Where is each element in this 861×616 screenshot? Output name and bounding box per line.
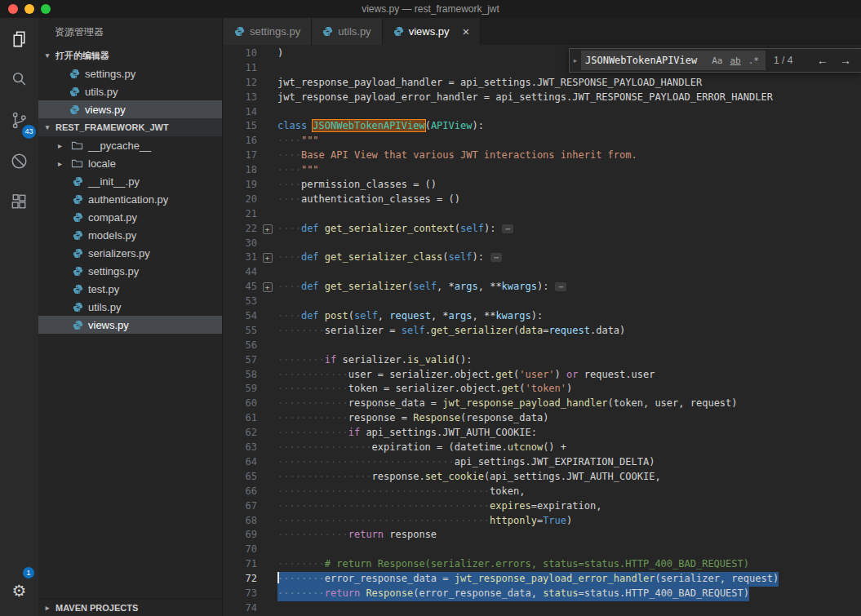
editor-group: settings.pyutils.pyviews.py× ▸ JSONWebTo… (224, 18, 861, 616)
tree-item-__init__.py[interactable]: __init__.py (38, 172, 222, 190)
code-line[interactable]: 54····def post(self, request, *args, **k… (224, 309, 861, 324)
code-line[interactable]: 63················expiration = (datetime… (224, 441, 861, 455)
code-line[interactable]: 72········error_response_data = jwt_resp… (224, 572, 861, 587)
code-line[interactable]: 21 (224, 207, 861, 222)
tree-item-locale[interactable]: ▸locale (38, 154, 222, 172)
find-input-value[interactable]: JSONWebTokenAPIView (585, 55, 707, 66)
open-editor-item-views.py[interactable]: views.py (38, 100, 222, 118)
open-editor-item-settings.py[interactable]: settings.py (38, 64, 222, 82)
code-line[interactable]: 58············user = serializer.object.g… (224, 368, 861, 383)
tree-item-views.py[interactable]: views.py (38, 316, 222, 334)
code-line[interactable]: 59············token = serializer.object.… (224, 382, 861, 397)
line-number: 71 (224, 557, 257, 572)
fold-gutter (257, 382, 277, 397)
tab-utils.py[interactable]: utils.py (312, 18, 382, 45)
chevron-right-icon: ▸ (58, 141, 66, 150)
code-line[interactable]: 22+····def get_serializer_context(self):… (224, 222, 861, 237)
code-line[interactable]: 31+····def get_serializer_class(self):⋯ (224, 250, 861, 265)
open-editors-header[interactable]: ▾ 打开的编辑器 (38, 47, 222, 64)
code-line[interactable]: 69············return response (224, 528, 861, 543)
code-line[interactable]: 62············if api_settings.JWT_AUTH_C… (224, 426, 861, 441)
code-line[interactable]: 30 (224, 237, 861, 251)
code-line[interactable]: 20····authentication_classes = () (224, 193, 861, 207)
code-line[interactable]: 44 (224, 265, 861, 280)
window-title: views.py — rest_framework_jwt (362, 3, 499, 15)
zoom-window-button[interactable] (41, 4, 51, 14)
minimize-window-button[interactable] (24, 4, 34, 14)
code-line[interactable]: 64······························api_sett… (224, 455, 861, 470)
open-editor-item-utils.py[interactable]: utils.py (38, 82, 222, 100)
previous-match-button[interactable]: ← (817, 54, 828, 67)
find-input[interactable]: JSONWebTokenAPIView Aa ab .* (581, 51, 766, 70)
search-button[interactable] (0, 59, 38, 100)
code-line[interactable]: 68····································ht… (224, 514, 861, 529)
code-line[interactable]: 18····""" (224, 163, 861, 178)
tree-item-compat.py[interactable]: compat.py (38, 208, 222, 226)
whole-word-button[interactable]: ab (728, 55, 743, 67)
fold-gutter (257, 455, 277, 470)
explorer-button[interactable] (0, 18, 38, 59)
maven-projects-header[interactable]: ▸ MAVEN PROJECTS (38, 599, 222, 616)
tree-item-authentication.py[interactable]: authentication.py (38, 190, 222, 208)
folder-section-header[interactable]: ▾ REST_FRAMEWORK_JWT (38, 118, 222, 136)
code-line[interactable]: 66····································to… (224, 485, 861, 499)
tree-item-models.py[interactable]: models.py (38, 226, 222, 244)
folder-icon (71, 158, 83, 169)
regex-button[interactable]: .* (746, 55, 761, 67)
code-line[interactable]: 12jwt_response_payload_handler = api_set… (224, 76, 861, 91)
code-line[interactable]: 19····permission_classes = () (224, 178, 861, 193)
find-results-count: 1 / 4 (774, 55, 792, 66)
fold-gutter (257, 557, 277, 572)
match-case-button[interactable]: Aa (709, 55, 725, 67)
code-line[interactable]: 74 (224, 601, 861, 616)
fold-expand-icon[interactable]: + (263, 224, 273, 234)
code-text: ········if serializer.is_valid(): (277, 353, 861, 368)
code-line[interactable]: 60············response_data = jwt_respon… (224, 397, 861, 411)
code-line[interactable]: 70 (224, 543, 861, 557)
tree-item-test.py[interactable]: test.py (38, 280, 222, 298)
code-line[interactable]: 53 (224, 295, 861, 309)
code-line[interactable]: 71········# return Response(serializer.e… (224, 557, 861, 572)
close-window-button[interactable] (8, 4, 18, 14)
close-icon[interactable]: × (462, 25, 469, 38)
code-line[interactable]: 14 (224, 105, 861, 120)
code-line[interactable]: 17····Base API View that various JWT int… (224, 148, 861, 163)
fold-expand-icon[interactable]: + (263, 253, 273, 263)
tree-item-label: views.py (88, 319, 129, 331)
settings-gear-button[interactable]: ⚙ 1 (0, 570, 38, 611)
source-control-button[interactable]: 43 (0, 100, 38, 140)
code-line[interactable]: 61············response = Response(respon… (224, 411, 861, 426)
code-line[interactable]: 55········serializer = self.get_serializ… (224, 324, 861, 339)
python-file-icon (73, 320, 83, 330)
code-line[interactable]: 15class JSONWebTokenAPIView(APIView): (224, 119, 861, 134)
line-number: 19 (224, 178, 257, 193)
next-match-button[interactable]: → (840, 54, 851, 67)
line-number: 66 (224, 485, 257, 499)
line-number: 56 (224, 339, 257, 353)
toggle-replace-button[interactable]: ▸ (570, 49, 581, 72)
code-text: ····def get_serializer(self, *args, **kw… (277, 280, 861, 295)
tree-item-serializers.py[interactable]: serializers.py (38, 244, 222, 262)
code-line[interactable]: 45+····def get_serializer(self, *args, *… (224, 280, 861, 295)
code-line[interactable]: 73········return Response(error_response… (224, 587, 861, 601)
code-line[interactable]: 67····································ex… (224, 499, 861, 514)
extensions-button[interactable] (0, 181, 38, 222)
debug-icon (9, 151, 29, 171)
tree-item-__pycache__[interactable]: ▸__pycache__ (38, 136, 222, 154)
code-line[interactable]: 56 (224, 339, 861, 353)
tab-settings.py[interactable]: settings.py (224, 18, 312, 45)
code-line[interactable]: 16····""" (224, 134, 861, 148)
tree-item-settings.py[interactable]: settings.py (38, 262, 222, 280)
code-line[interactable]: 65················response.set_cookie(ap… (224, 470, 861, 485)
tree-item-utils.py[interactable]: utils.py (38, 298, 222, 316)
debug-button[interactable] (0, 140, 38, 181)
code-area[interactable]: 10)1112jwt_response_payload_handler = ap… (224, 45, 861, 616)
code-line[interactable]: 57········if serializer.is_valid(): (224, 353, 861, 368)
code-text (277, 295, 861, 309)
code-line[interactable]: 13jwt_response_payload_error_handler = a… (224, 91, 861, 105)
line-number: 73 (224, 587, 257, 601)
fold-expand-icon[interactable]: + (263, 282, 273, 292)
tab-views.py[interactable]: views.py× (383, 18, 482, 45)
line-number: 18 (224, 163, 257, 178)
code-text (277, 339, 861, 353)
